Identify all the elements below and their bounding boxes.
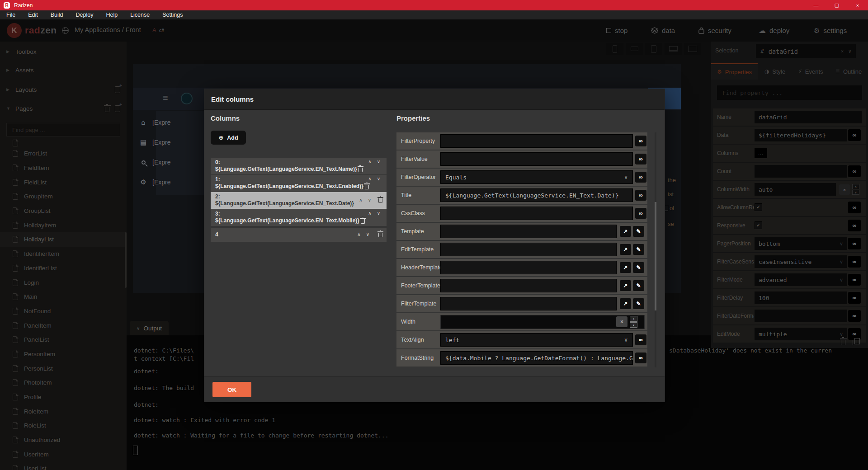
edit-template-button[interactable]: ✎ (633, 298, 644, 309)
formatstring-input[interactable]: ${data.Mobile ? Language.GetDateFormat()… (440, 351, 633, 365)
column-item-2-selected[interactable]: 2: ∧∨ ${Language.GetText(LanguageService… (211, 192, 387, 209)
width-stepper[interactable]: ∧∨ (630, 316, 637, 328)
bind-button[interactable]: ∞ (635, 334, 646, 345)
field-row-filteroperator: FilterOperator Equals∨ ∞ (396, 169, 647, 186)
open-icon: ↗ (623, 246, 627, 253)
window-title: Radzen (14, 2, 33, 9)
maximize-button[interactable]: ▢ (826, 0, 847, 10)
field-row-edittemplate: EditTemplate ↗ ✎ (396, 241, 647, 258)
move-down-icon[interactable]: ∨ (366, 232, 369, 237)
field-row-template: Template ↗ ✎ (396, 223, 647, 240)
headertemplate-input[interactable] (440, 261, 617, 274)
field-row-filtervalue: FilterValue ∞ (396, 150, 647, 168)
filtervalue-input[interactable] (440, 152, 633, 166)
field-row-formatstring: FormatString ${data.Mobile ? Language.Ge… (396, 349, 647, 367)
move-up-icon[interactable]: ∧ (368, 176, 371, 181)
link-icon: ∞ (639, 156, 643, 162)
open-template-button[interactable]: ↗ (620, 262, 631, 273)
link-icon: ∞ (639, 210, 643, 216)
delete-column-icon[interactable] (361, 219, 365, 224)
title-input[interactable]: ${Language.GetText(LanguageService.EN_Te… (440, 188, 633, 202)
open-template-button[interactable]: ↗ (620, 244, 631, 255)
edit-icon: ✎ (636, 246, 641, 253)
chevron-down-icon: ∨ (624, 337, 628, 343)
delete-column-icon[interactable] (378, 198, 382, 203)
delete-column-icon[interactable] (359, 168, 363, 172)
move-up-icon[interactable]: ∧ (368, 159, 371, 164)
field-row-textalign: TextAlign left∨ ∞ (396, 331, 647, 348)
columns-heading: Columns (211, 114, 240, 122)
field-row-headertemplate: HeaderTemplate ↗ ✎ (396, 259, 647, 276)
add-column-button[interactable]: ⊕ Add (211, 131, 246, 145)
bind-button[interactable]: ∞ (635, 208, 646, 219)
open-icon: ↗ (623, 264, 627, 271)
edit-icon: ✎ (636, 264, 641, 271)
dialog-title: Edit columns (204, 89, 665, 110)
plus-circle-icon: ⊕ (218, 134, 223, 141)
delete-column-icon[interactable] (378, 233, 382, 237)
move-up-icon[interactable]: ∧ (359, 197, 362, 202)
menu-edit[interactable]: Edit (22, 10, 44, 19)
properties-scrollbar[interactable] (655, 132, 656, 367)
column-item-1[interactable]: 1: ∧∨ ${Language.GetText(LanguageService… (211, 175, 387, 192)
width-input[interactable] (440, 315, 645, 329)
edit-template-button[interactable]: ✎ (633, 244, 644, 255)
radzen-window: R Radzen — ▢ × File Edit Build Deploy He… (0, 0, 868, 470)
menu-license[interactable]: License (124, 10, 156, 19)
bind-button[interactable]: ∞ (635, 136, 646, 146)
link-icon: ∞ (639, 138, 643, 144)
edit-template-button[interactable]: ✎ (633, 280, 644, 291)
move-up-icon[interactable]: ∧ (357, 232, 360, 237)
open-template-button[interactable]: ↗ (620, 298, 631, 309)
column-item-3[interactable]: 3: ∧∨ ${Language.GetText(LanguageService… (211, 209, 387, 226)
field-row-filterproperty: FilterProperty ∞ (396, 132, 647, 150)
column-item-0[interactable]: 0: ∧∨ ${Language.GetText(LanguageService… (211, 158, 387, 174)
menu-file[interactable]: File (0, 10, 22, 19)
edit-icon: ✎ (636, 228, 641, 235)
link-icon: ∞ (639, 337, 643, 343)
menu-build[interactable]: Build (44, 10, 70, 19)
dialog-footer (204, 376, 665, 402)
menu-help[interactable]: Help (99, 10, 124, 19)
template-input[interactable] (440, 225, 617, 238)
column-item-4[interactable]: 4 ∧∨ (211, 228, 387, 242)
edit-template-button[interactable]: ✎ (633, 262, 644, 273)
filteroperator-select[interactable]: Equals∨ (440, 170, 633, 184)
cssclass-input[interactable] (440, 207, 633, 220)
radzen-app-icon: R (4, 2, 10, 9)
delete-column-icon[interactable] (365, 185, 369, 189)
bind-button[interactable]: ∞ (635, 154, 646, 164)
move-down-icon[interactable]: ∨ (377, 211, 380, 216)
field-row-width: Width × ∧∨ (396, 313, 647, 330)
open-icon: ↗ (623, 301, 627, 307)
link-icon: ∞ (639, 174, 643, 180)
bind-button[interactable]: ∞ (635, 190, 646, 201)
open-template-button[interactable]: ↗ (620, 226, 631, 237)
field-row-footertemplate: FooterTemplate ↗ ✎ (396, 277, 647, 294)
open-template-button[interactable]: ↗ (620, 280, 631, 291)
footertemplate-input[interactable] (440, 279, 617, 292)
filtertemplate-input[interactable] (440, 297, 617, 310)
menu-settings[interactable]: Settings (156, 10, 189, 19)
clear-icon[interactable]: × (616, 316, 627, 327)
properties-heading: Properties (396, 114, 430, 122)
move-up-icon[interactable]: ∧ (368, 211, 371, 216)
edit-columns-dialog: Edit columns Columns Properties ⊕ Add 0:… (204, 89, 665, 402)
move-down-icon[interactable]: ∨ (377, 176, 380, 181)
menu-bar: File Edit Build Deploy Help License Sett… (0, 10, 868, 19)
filterproperty-input[interactable] (440, 134, 633, 148)
chevron-down-icon: ∨ (624, 174, 628, 180)
move-down-icon[interactable]: ∨ (368, 197, 371, 202)
minimize-button[interactable]: — (806, 0, 826, 10)
bind-button[interactable]: ∞ (635, 172, 646, 183)
menu-deploy[interactable]: Deploy (70, 10, 100, 19)
bind-button[interactable]: ∞ (635, 352, 646, 363)
ok-button[interactable]: OK (212, 382, 251, 397)
textalign-select[interactable]: left∨ (440, 333, 633, 347)
close-button[interactable]: × (847, 0, 868, 10)
edit-template-button[interactable]: ✎ (633, 226, 644, 237)
edittemplate-input[interactable] (440, 243, 617, 256)
link-icon: ∞ (639, 355, 643, 361)
move-down-icon[interactable]: ∨ (377, 159, 380, 164)
open-icon: ↗ (623, 282, 627, 289)
